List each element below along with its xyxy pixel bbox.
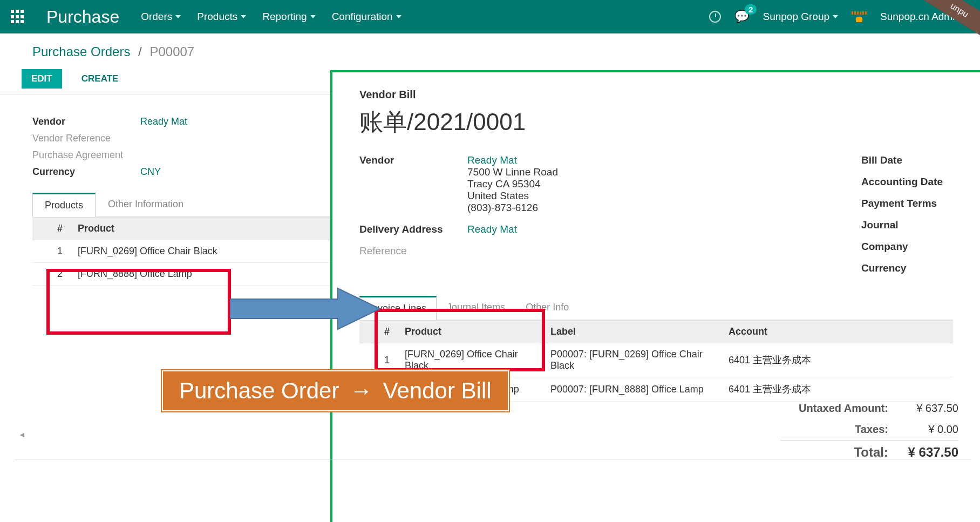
totals-section: Untaxed Amount:¥ 637.50 Taxes:¥ 0.00 Tot… [780, 398, 958, 464]
divider [15, 459, 971, 459]
chevron-down-icon [241, 15, 246, 18]
notification-badge: 2 [745, 4, 757, 15]
menu-orders[interactable]: Orders [141, 11, 181, 23]
menu-label: Products [197, 11, 237, 23]
app-brand[interactable]: Purchase [46, 7, 119, 27]
company-switcher[interactable]: Sunpop Group [763, 11, 838, 23]
currency-label: Currency [32, 166, 140, 178]
row-label: P00007: [FURN_8888] Office Lamp [543, 377, 721, 402]
bill-tabs: Invoice Lines Journal Items Other Info [359, 296, 953, 320]
total-label: Total: [780, 445, 888, 460]
tab-other-information[interactable]: Other Information [96, 193, 196, 216]
purchase-agreement-label: Purchase Agreement [32, 150, 140, 161]
bill-vendor-addr2: Tracy CA 95304 [467, 178, 541, 189]
payment-terms-label: Payment Terms [861, 198, 953, 209]
menu-reporting[interactable]: Reporting [262, 11, 315, 23]
bill-title: 账单/2021/0001 [359, 106, 953, 138]
bill-col-account: Account [721, 321, 953, 343]
annotation-banner: Purchase Order → Vendor Bill [162, 370, 509, 411]
banner-right: Vendor Bill [383, 378, 492, 403]
delivery-link[interactable]: Ready Mat [467, 223, 517, 235]
row-account: 6401 主营业务成本 [721, 343, 953, 377]
edit-button[interactable]: EDIT [22, 69, 62, 89]
chevron-down-icon [833, 15, 838, 18]
arrow-icon [230, 287, 381, 330]
col-num: # [32, 218, 70, 240]
total-value: ¥ 637.50 [888, 445, 958, 460]
bill-currency-label: Currency [861, 262, 953, 274]
menu-label: Orders [141, 11, 172, 23]
scroll-left-icon[interactable]: ◄ [18, 430, 26, 439]
bill-date-label: Bill Date [861, 154, 953, 166]
bill-col-product: Product [397, 321, 543, 343]
activity-icon[interactable] [709, 11, 721, 23]
menu-label: Configuration [332, 11, 393, 23]
journal-label: Journal [861, 219, 953, 231]
tab-journal-items[interactable]: Journal Items [437, 296, 515, 320]
bill-vendor-label: Vendor [359, 154, 467, 214]
vendor-ref-label: Vendor Reference [32, 133, 140, 144]
untaxed-label: Untaxed Amount: [780, 402, 888, 415]
messages-button[interactable]: 💬 2 [734, 10, 749, 24]
breadcrumb-sep: / [138, 44, 142, 59]
tab-other-info[interactable]: Other Info [515, 296, 579, 320]
row-num: 2 [32, 263, 70, 286]
tab-products[interactable]: Products [32, 193, 96, 217]
bill-vendor-phone: (803)-873-6126 [467, 202, 538, 213]
row-label: P00007: [FURN_0269] Office Chair Black [543, 343, 721, 377]
chevron-down-icon [396, 15, 401, 18]
vendor-label: Vendor [32, 116, 140, 127]
company-name: Sunpop Group [763, 11, 829, 23]
taxes-value: ¥ 0.00 [888, 423, 958, 436]
bill-vendor-addr3: United States [467, 190, 529, 201]
reference-label: Reference [359, 245, 467, 257]
taxes-label: Taxes: [780, 423, 888, 436]
bill-heading: Vendor Bill [359, 89, 953, 101]
vendor-value[interactable]: Ready Mat [140, 116, 187, 127]
chevron-down-icon [310, 15, 316, 18]
arrow-right-icon: → [350, 378, 372, 403]
row-num: 1 [32, 240, 70, 263]
breadcrumb: Purchase Orders / P00007 [0, 33, 980, 64]
banner-left: Purchase Order [179, 378, 339, 403]
logo-icon [852, 11, 867, 22]
top-navbar: Purchase Orders Products Reporting Confi… [0, 0, 980, 33]
main-menu: Orders Products Reporting Configuration [141, 11, 401, 23]
bill-vendor-link[interactable]: Ready Mat [467, 154, 517, 166]
menu-configuration[interactable]: Configuration [332, 11, 401, 23]
menu-label: Reporting [262, 11, 307, 23]
menu-products[interactable]: Products [197, 11, 246, 23]
chevron-down-icon [175, 15, 181, 18]
content-area: Purchase Orders / P00007 EDIT CREATE Pri… [0, 33, 980, 522]
create-button[interactable]: CREATE [72, 69, 128, 89]
accounting-date-label: Accounting Date [861, 176, 953, 188]
untaxed-value: ¥ 637.50 [888, 402, 958, 415]
svg-marker-0 [230, 288, 380, 329]
currency-value[interactable]: CNY [140, 166, 161, 178]
company-label: Company [861, 241, 953, 253]
breadcrumb-current: P00007 [149, 44, 194, 59]
bill-col-label: Label [543, 321, 721, 343]
apps-icon[interactable] [11, 10, 25, 24]
breadcrumb-root[interactable]: Purchase Orders [32, 44, 130, 59]
bill-vendor-addr1: 7500 W Linne Road [467, 166, 558, 178]
navbar-right: 💬 2 Sunpop Group Sunpop.cn Admin [709, 10, 969, 24]
delivery-label: Delivery Address [359, 223, 467, 235]
